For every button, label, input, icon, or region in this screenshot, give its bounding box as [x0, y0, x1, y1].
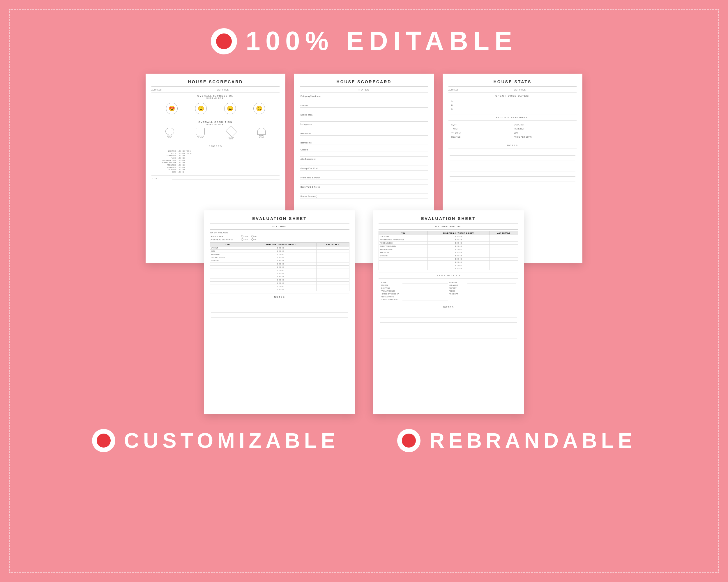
prox-transport: PUBLIC TRANSPORT	[381, 299, 448, 301]
doc4-th-details: ANY DETAILS	[316, 243, 349, 247]
prox-restaurants: RESTAURANTS	[381, 296, 448, 298]
footer-dot-2	[397, 429, 420, 452]
prox-shopping: SHOPPING	[381, 287, 448, 289]
doc4-notes-divider	[210, 294, 349, 294]
table-row: 1 2 3 4 5	[379, 261, 518, 264]
doc1-divider2	[151, 92, 280, 93]
room-frontyard: Front Yard & Porch	[300, 176, 428, 180]
table-row: CEILING HEIGHT 1 2 3 4 5	[210, 256, 349, 259]
doc3-divider5	[448, 142, 577, 142]
doc4-overhead-lighting: OVERHEAD LIGHTING: YES NO	[210, 238, 349, 241]
doc1-address-label: ADDRESS:	[151, 89, 169, 91]
doc3-dates: 1. 2. 3.	[448, 98, 577, 113]
score-school: SCHOOL SYSTEM: 1 2 3 4 5 6	[151, 162, 280, 164]
doc3-title: HOUSE STATS	[448, 79, 577, 84]
doc5-th-item: ITEM	[379, 231, 428, 235]
doc1-emoji-row: 😍 🙂 😐 ☹️	[151, 100, 280, 117]
footer: CUSTOMIZABLE REBRANDABLE	[0, 414, 728, 470]
room-garage: Garage/Car Port	[300, 166, 428, 170]
table-row: LAYOUT 1 2 3 4 5	[210, 247, 349, 250]
doc2-title: HOUSE SCORECARD	[300, 79, 428, 84]
room-living: Living area	[300, 122, 428, 126]
cond-brand-new: BRANDNEW	[165, 128, 174, 140]
doc3-address-row: ADDRESS: LIST PRICE:	[448, 88, 577, 91]
doc4-notes-divider2	[210, 300, 349, 300]
room-bathrooms: Bathrooms	[300, 141, 428, 145]
doc1-divider6	[151, 175, 280, 175]
table-row: 1 2 3 4 5	[210, 272, 349, 275]
prox-work: WORK	[381, 281, 448, 283]
doc4-notes-area	[210, 302, 349, 325]
score-commute: COMMUTE: 1 2 3 4 5 6	[151, 166, 280, 168]
doc3-listprice-label: LIST PRICE:	[514, 89, 531, 91]
table-row: OTHERS: 1 2 3 4 5	[379, 254, 518, 257]
emoji-love: 😍	[166, 103, 178, 114]
cond-needs-work: NEEDSWORK	[227, 128, 236, 140]
header-badge-dot	[211, 28, 237, 54]
score-style: STYLE: 1 2 3 4 5 6 7 8 9 10	[151, 153, 280, 154]
doc5-notes-area	[379, 312, 518, 340]
doc5-th-details: ANY DETAILS	[490, 231, 518, 235]
doc4-windows-line	[231, 231, 349, 234]
doc3-address-label: ADDRESS:	[448, 89, 466, 91]
score-condition: CONDITION: 1 2 3 4 5 6	[151, 155, 280, 157]
doc-row2: EVALUATION SHEET KITCHEN NO. OF WINDOWS …	[0, 211, 728, 414]
doc4-windows-label: NO. OF WINDOWS	[210, 232, 228, 234]
doc1-scores-label: SCORES	[151, 145, 280, 147]
doc1-address-line	[172, 88, 214, 91]
table-row: AREA TRAFFIC 1 2 3 4 5	[379, 248, 518, 251]
doc4-th-condition: CONDITION (1=worst, 5=best)	[245, 243, 316, 247]
doc-eval-kitchen: EVALUATION SHEET KITCHEN NO. OF WINDOWS …	[204, 211, 355, 414]
doc5-proximity-divider	[379, 272, 518, 272]
table-row: OTHERS: 1 2 3 4 5	[210, 259, 349, 262]
doc1-divider3	[151, 119, 280, 119]
score-yard: YARD: 1 2 3 4 5 6	[151, 157, 280, 159]
prox-school: SCHOOL	[381, 284, 448, 286]
cond-move-in: MOVE INREADY	[196, 128, 205, 140]
emoji-neutral: 😐	[224, 103, 236, 114]
table-row: 1 2 3 4 5	[379, 267, 518, 270]
footer-rebrandable: REBRANDABLE	[397, 428, 636, 452]
doc1-divider1	[151, 86, 280, 87]
table-row: SIZE 1 2 3 4 5	[210, 250, 349, 253]
doc3-open-house-label: OPEN HOUSE DATES:	[448, 94, 577, 97]
score-size: SIZE: 1 2 3 4 5	[151, 171, 280, 173]
prox-airport: AIRPORT	[449, 287, 516, 289]
room-entryway: Entryway/ Mudroom	[300, 94, 428, 99]
cond-total-work: TOTALWORK	[257, 128, 266, 140]
room-dining: Dining area	[300, 113, 428, 117]
doc4-title: EVALUATION SHEET	[210, 216, 349, 221]
doc1-divider5	[151, 149, 280, 149]
doc2-divider1	[300, 86, 428, 87]
table-row: NOISE LEVELS 1 2 3 4 5	[379, 242, 518, 245]
doc4-section: KITCHEN	[210, 225, 349, 228]
room-bedrooms: Bedrooms	[300, 132, 428, 136]
doc3-notes-label: NOTES	[448, 144, 577, 147]
table-row: 1 2 3 4 5	[210, 288, 349, 291]
doc3-address-line	[469, 88, 511, 91]
doc5-notes-label: NOTES	[379, 306, 518, 308]
doc1-divider4	[151, 143, 280, 143]
doc3-facts: SQFT: COOLING: TYPE: PARKING: YR BUILT: …	[448, 122, 577, 141]
doc5-title: EVALUATION SHEET	[379, 216, 518, 221]
footer-text-1: CUSTOMIZABLE	[124, 428, 339, 452]
doc5-th-condition: CONDITION (1=worst, 5=best)	[427, 231, 490, 235]
doc5-notes-divider	[379, 304, 518, 304]
doc1-circle-one-2: (CIRCLE ONE)	[151, 123, 280, 125]
prox-highways: HIGHWAYS	[449, 284, 516, 286]
doc5-proximity-label: PROXIMITY TO	[379, 274, 518, 277]
doc5-divider2	[379, 229, 518, 230]
table-row: 1 2 3 4 5	[210, 285, 349, 288]
doc3-divider1	[448, 86, 577, 87]
score-amenities: AMENITIES: 1 2 3 4 5 6	[151, 164, 280, 166]
doc1-total-line	[172, 177, 280, 180]
prox-worship: HOUSE OF WORSHIP	[381, 293, 448, 295]
header: 100% EDITABLE	[0, 0, 728, 74]
table-row: FLOORING 1 2 3 4 5	[210, 253, 349, 256]
doc1-condition-icons: BRANDNEW MOVE INREADY NEEDSWORK TOTALWOR…	[151, 126, 280, 141]
prox-empty1	[449, 296, 516, 298]
prox-family: FAMILY/FRIENDS	[381, 290, 448, 292]
doc1-circle-one: (CIRCLE ONE)	[151, 97, 280, 99]
table-row: 1 2 3 4 5	[379, 264, 518, 267]
table-row: LOCATION 1 2 3 4 5	[379, 235, 518, 238]
